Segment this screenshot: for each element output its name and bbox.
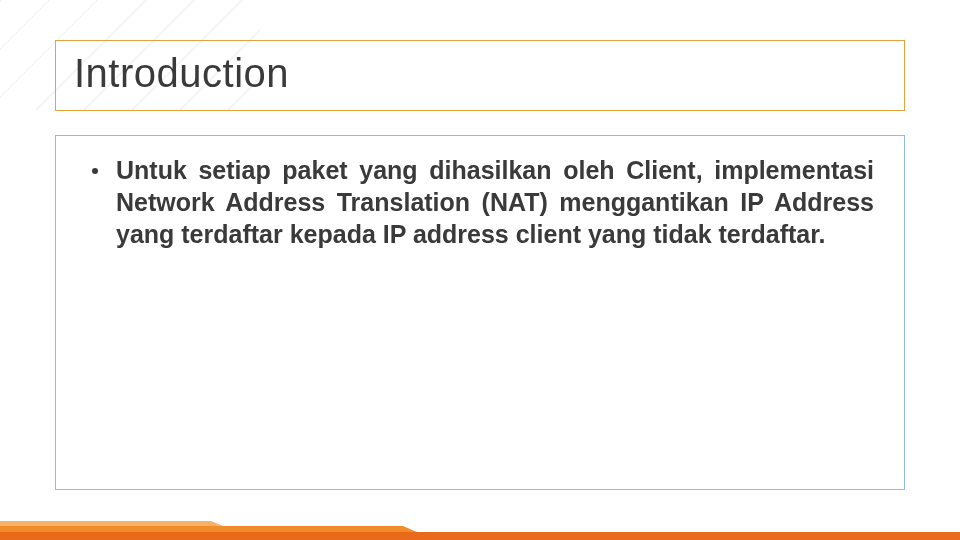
bullet-item: Untuk setiap paket yang dihasilkan oleh … (86, 154, 874, 250)
bullet-text: Untuk setiap paket yang dihasilkan oleh … (116, 154, 874, 250)
slide-title: Introduction (74, 51, 886, 96)
accent-stripe-dark (0, 532, 960, 540)
title-box: Introduction (55, 40, 905, 111)
slide: Introduction Untuk setiap paket yang dih… (0, 0, 960, 540)
content-box: Untuk setiap paket yang dihasilkan oleh … (55, 135, 905, 490)
bullet-dot-icon (92, 168, 98, 174)
bottom-accent-bar (0, 518, 960, 540)
